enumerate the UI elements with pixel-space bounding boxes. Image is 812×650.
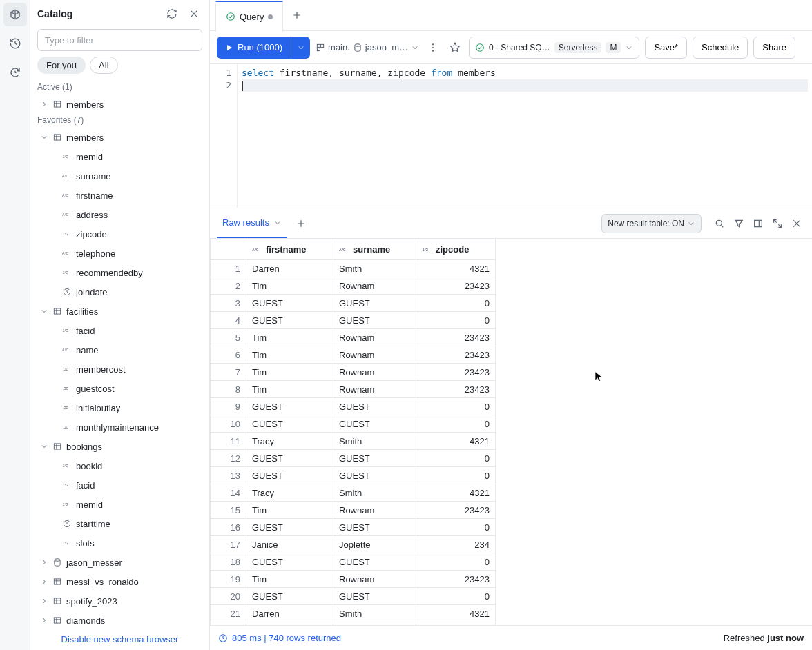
tree-item-members[interactable]: members [30,95,209,114]
chip-for-you[interactable]: For you [37,57,86,74]
tree-col-initialoutlay[interactable]: .00initialoutlay [30,398,209,417]
catalog-refresh-btn[interactable] [164,6,180,22]
table-row[interactable]: 19TimRownam23423 [211,571,496,588]
tree-col-facid[interactable]: 1²3facid [30,321,209,340]
col-header-surname[interactable]: AᴮCsurname [334,239,416,260]
tree-item-jason_messer[interactable]: jason_messer [30,553,209,572]
cluster-selector[interactable]: 0 - Shared SQ… Serverless M [469,37,639,59]
run-dropdown-btn[interactable] [291,37,310,59]
table-row[interactable]: 9GUESTGUEST0 [211,398,496,415]
tree-item-facilities[interactable]: facilities [30,302,209,321]
tree-col-guestcost[interactable]: .00guestcost [30,379,209,398]
tree-col-bookid[interactable]: 1²3bookid [30,456,209,475]
col-header-firstname[interactable]: AᴮCfirstname [246,239,334,260]
table-row[interactable]: 1DarrenSmith4321 [211,260,496,277]
tree-col-zipcode[interactable]: 1²3zipcode [30,224,209,244]
results-panel-btn[interactable] [750,215,766,232]
tree-col-surname[interactable]: AᴮCsurname [30,166,209,186]
chevron-down-icon [40,133,48,141]
results-expand-btn[interactable] [769,215,786,232]
tree-item-diamonds[interactable]: diamonds [30,611,209,627]
result-table-toggle[interactable]: New result table: ON [601,214,702,233]
results-tab-raw[interactable]: Raw results [217,208,287,239]
col-header-zipcode[interactable]: 1²3zipcode [416,239,496,260]
table-row[interactable]: 21DarrenSmith4321 [211,605,496,622]
tree-col-monthlymaintenance[interactable]: .00monthlymaintenance [30,417,209,437]
catalog-title: Catalog [37,8,158,19]
schema-selector[interactable]: main. jason_m… [316,42,419,52]
results-close-btn[interactable] [789,215,805,232]
table-row[interactable]: 8TimRownam23423 [211,381,496,398]
tree-col-name[interactable]: AᴮCname [30,340,209,360]
number-icon: 1²3 [62,480,72,490]
editor-code[interactable]: select firstname, surname, zipcode from … [238,64,812,208]
svg-text:1²3: 1²3 [63,270,68,275]
status-time-rows[interactable]: 805 ms | 740 rows returned [218,633,341,643]
table-row[interactable]: 5TimRownam23423 [211,329,496,346]
tree-col-starttime[interactable]: starttime [30,514,209,533]
table-row[interactable]: 12GUESTGUEST0 [211,450,496,467]
tree-col-memid[interactable]: 1²3memid [30,147,209,166]
table-row[interactable]: 11TracySmith4321 [211,433,496,450]
table-row[interactable]: 18GUESTGUEST0 [211,553,496,571]
tree-col-recommendedby[interactable]: 1²3recommendedby [30,263,209,282]
catalog-close-btn[interactable] [186,6,202,22]
tree-col-firstname[interactable]: AᴮCfirstname [30,186,209,205]
tab-query[interactable]: Query [215,1,283,32]
table-row[interactable]: 22GUESTGUEST0 [211,622,496,626]
rail-sync-btn[interactable] [3,61,27,84]
chip-all[interactable]: All [90,57,117,74]
catalog-filter-input[interactable] [37,29,202,51]
share-button[interactable]: Share [753,37,795,59]
table-row[interactable]: 3GUESTGUEST0 [211,295,496,312]
tree-col-memid[interactable]: 1²3memid [30,495,209,514]
tree-col-joindate[interactable]: joindate [30,282,209,302]
results-filter-btn[interactable] [731,215,747,232]
tree-col-telephone[interactable]: AᴮCtelephone [30,244,209,263]
table-row[interactable]: 14TracySmith4321 [211,484,496,502]
tree-item-messi_vs_ronaldo[interactable]: messi_vs_ronaldo [30,572,209,591]
table-row[interactable]: 15TimRownam23423 [211,502,496,519]
table-row[interactable]: 17JaniceJoplette234 [211,536,496,553]
results-grid-wrap[interactable]: AᴮCfirstnameAᴮCsurname1²3zipcode1DarrenS… [210,238,812,625]
table-row[interactable]: 13GUESTGUEST0 [211,467,496,484]
disable-schema-link[interactable]: Disable new schema browser [30,627,209,650]
results-add-btn[interactable] [293,215,309,232]
tab-add-btn[interactable] [283,0,311,31]
table-row[interactable]: 10GUESTGUEST0 [211,415,496,433]
decimal-icon: .00 [62,364,72,374]
tree-item-bookings[interactable]: bookings [30,437,209,456]
tree-col-address[interactable]: AᴮCaddress [30,205,209,224]
sql-editor[interactable]: 12 select firstname, surname, zipcode fr… [210,64,812,208]
nav-rail [0,0,30,650]
schedule-button[interactable]: Schedule [693,37,748,59]
status-bar: 805 ms | 740 rows returned Refreshed jus… [210,625,812,650]
string-icon: AᴮC [339,245,349,255]
save-button[interactable]: Save* [645,37,687,59]
run-button[interactable]: Run (1000) [217,37,291,59]
decimal-icon: .00 [62,403,72,413]
rail-data-btn[interactable] [3,3,27,26]
table-row[interactable]: 2TimRownam23423 [211,277,496,295]
svg-text:.00: .00 [63,367,69,371]
tree-col-slots[interactable]: 1²3slots [30,533,209,553]
results-search-btn[interactable] [711,215,728,232]
table-row[interactable]: 20GUESTGUEST0 [211,588,496,605]
svg-point-33 [432,46,434,48]
tree-col-facid[interactable]: 1²3facid [30,475,209,495]
svg-text:AᴮC: AᴮC [62,193,69,197]
number-icon: 1²3 [62,461,72,471]
kebab-menu-btn[interactable] [425,39,441,56]
tree-item-spotify_2023[interactable]: spotify_2023 [30,591,209,611]
table-row[interactable]: 16GUESTGUEST0 [211,519,496,536]
tree-item-members[interactable]: members [30,128,209,147]
tree-col-membercost[interactable]: .00membercost [30,360,209,379]
svg-point-27 [227,13,235,21]
close-icon [188,8,200,19]
table-row[interactable]: 4GUESTGUEST0 [211,312,496,329]
svg-rect-17 [54,444,60,449]
favorite-btn[interactable] [447,39,463,56]
table-row[interactable]: 7TimRownam23423 [211,364,496,381]
table-row[interactable]: 6TimRownam23423 [211,346,496,364]
rail-history-btn[interactable] [3,32,27,55]
